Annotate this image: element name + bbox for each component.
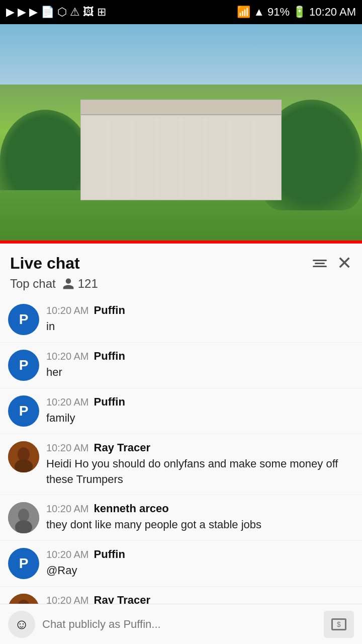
- message-text: they dont like many people got a stable …: [46, 517, 354, 533]
- header-icons: ✕: [313, 253, 352, 274]
- battery-icon: 🔋: [293, 6, 306, 19]
- message-username: Puffin: [94, 395, 125, 409]
- livechat-container: Live chat ✕ Top chat 121 P 10:20 AM Puff…: [0, 244, 362, 644]
- person-icon: [62, 277, 75, 290]
- filter-line-3: [313, 266, 327, 267]
- battery-percent: 91%: [267, 6, 290, 19]
- viewers-count: 121: [78, 277, 98, 291]
- message-content: 10:20 AM kenneth arceo they dont like ma…: [46, 502, 354, 533]
- status-icons-right: 📶 ▲ 91% 🔋 10:20 AM: [237, 6, 356, 19]
- signal-icon: ▲: [253, 6, 264, 19]
- avatar: P: [8, 350, 39, 381]
- message-time: 10:20 AM: [46, 351, 89, 362]
- message-meta: 10:20 AM Puffin: [46, 350, 354, 363]
- avatar: P: [8, 395, 39, 427]
- message-text: family: [46, 411, 354, 426]
- livechat-header: Live chat ✕: [0, 244, 362, 276]
- avatar: P: [8, 304, 39, 335]
- chat-message-4: 10:20 AM Ray Tracer Heidi Ho you should …: [0, 434, 362, 495]
- message-username: Puffin: [94, 350, 125, 363]
- message-text: Heidi Ho you should do onlyfans and make…: [46, 456, 354, 488]
- message-meta: 10:20 AM Puffin: [46, 395, 354, 409]
- time-display: 10:20 AM: [309, 6, 356, 19]
- file-icon: 📄: [41, 6, 54, 19]
- message-content: 10:20 AM Ray Tracer Heidi Ho you should …: [46, 441, 354, 488]
- filter-line-2: [315, 263, 325, 264]
- message-time: 10:20 AM: [46, 503, 89, 515]
- message-content: 10:20 AM Puffin her: [46, 350, 354, 380]
- chat-input-bar: ☺ $: [0, 604, 362, 644]
- play-icon: ▶: [6, 6, 15, 19]
- message-username: Puffin: [94, 304, 125, 317]
- message-text: her: [46, 365, 354, 380]
- status-icons-left: ▶ ▶ ▶ 📄 ⬡ ⚠ 🖼 ⊞: [6, 6, 106, 19]
- avatar: [8, 502, 39, 533]
- topchat-label: Top chat: [10, 277, 56, 291]
- emoji-button[interactable]: ☺: [8, 611, 35, 638]
- chat-message-6: P 10:20 AM Puffin @Ray: [0, 541, 362, 587]
- chat-message-5: 10:20 AM kenneth arceo they dont like ma…: [0, 495, 362, 541]
- message-content: 10:20 AM Puffin family: [46, 395, 354, 426]
- filter-icon[interactable]: [313, 260, 327, 267]
- message-text: in: [46, 319, 354, 335]
- viewers-info: 121: [62, 277, 98, 291]
- youtube2-icon: ▶: [29, 6, 38, 19]
- close-icon[interactable]: ✕: [337, 253, 352, 274]
- wifi-icon: 📶: [237, 6, 250, 19]
- message-content: 10:20 AM Puffin @Ray: [46, 548, 354, 579]
- image-icon: 🖼: [83, 6, 94, 19]
- chat-message-3: P 10:20 AM Puffin family: [0, 388, 362, 434]
- filter-line-1: [313, 260, 327, 261]
- chat-input[interactable]: [42, 618, 317, 631]
- message-time: 10:20 AM: [46, 549, 89, 560]
- message-username: Ray Tracer: [94, 441, 151, 454]
- message-time: 10:20 AM: [46, 305, 89, 316]
- livechat-title: Live chat: [10, 254, 80, 273]
- chat-message-1: P 10:20 AM Puffin in: [0, 297, 362, 343]
- livechat-sub: Top chat 121: [0, 276, 362, 297]
- status-bar: ▶ ▶ ▶ 📄 ⬡ ⚠ 🖼 ⊞ 📶 ▲ 91% 🔋 10:20 AM: [0, 0, 362, 24]
- svg-point-4: [18, 509, 29, 522]
- message-username: kenneth arceo: [94, 502, 169, 515]
- message-time: 10:20 AM: [46, 396, 89, 408]
- avatar: P: [8, 548, 39, 579]
- message-time: 10:20 AM: [46, 442, 89, 454]
- mask-icon: ⬡: [57, 6, 67, 19]
- send-icon: $: [331, 618, 346, 630]
- send-button[interactable]: $: [324, 611, 354, 638]
- video-sky: [0, 24, 362, 85]
- avatar: [8, 441, 39, 472]
- message-meta: 10:20 AM Puffin: [46, 548, 354, 561]
- message-text: @Ray: [46, 563, 354, 579]
- warning-icon: ⚠: [70, 6, 80, 19]
- chat-messages: P 10:20 AM Puffin in P 10:20 AM Puffin h…: [0, 297, 362, 644]
- message-meta: 10:20 AM Puffin: [46, 304, 354, 317]
- message-username: Puffin: [94, 548, 125, 561]
- youtube-icon: ▶: [18, 6, 26, 19]
- message-meta: 10:20 AM Ray Tracer: [46, 441, 354, 454]
- message-content: 10:20 AM Puffin in: [46, 304, 354, 335]
- grid-icon: ⊞: [97, 6, 106, 19]
- chat-message-2: P 10:20 AM Puffin her: [0, 343, 362, 388]
- message-meta: 10:20 AM kenneth arceo: [46, 502, 354, 515]
- video-player[interactable]: [0, 24, 362, 240]
- svg-point-1: [18, 447, 30, 461]
